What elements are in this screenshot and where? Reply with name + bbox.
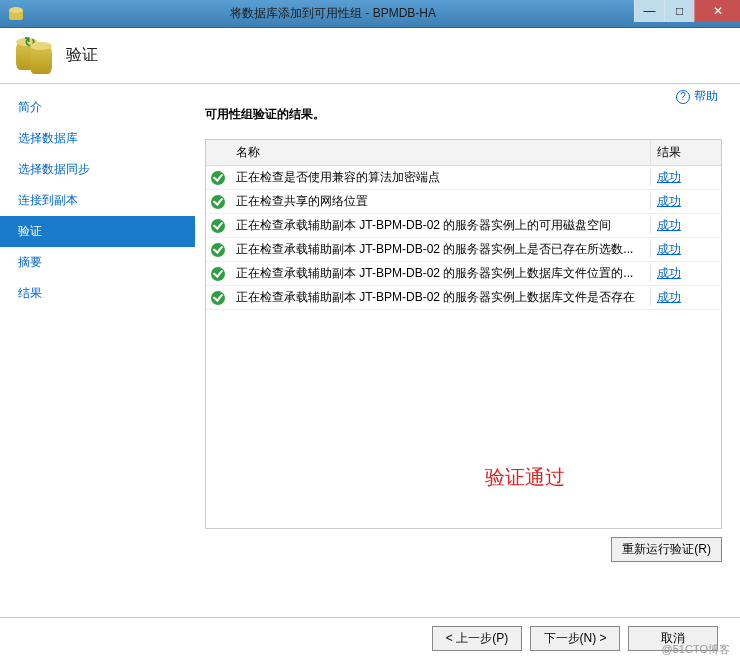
success-icon [206,171,230,185]
validation-row[interactable]: 正在检查承载辅助副本 JT-BPM-DB-02 的服务器实例上是否已存在所选数.… [206,238,721,262]
window-controls: — □ ✕ [634,0,740,27]
validation-row[interactable]: 正在检查承载辅助副本 JT-BPM-DB-02 的服务器实例上数据库文件位置的.… [206,262,721,286]
sidebar-step-6[interactable]: 结果 [0,278,195,309]
result-link[interactable]: 成功 [657,290,681,304]
column-header-result[interactable]: 结果 [651,140,721,165]
annotation-pass: 验证通过 [485,464,565,491]
row-result: 成功 [651,213,721,238]
row-result: 成功 [651,166,721,190]
main-content: ? 帮助 可用性组验证的结果。 名称 结果 正在检查是否使用兼容的算法加密端点成… [195,84,740,617]
row-name: 正在检查承载辅助副本 JT-BPM-DB-02 的服务器实例上数据库文件是否存在 [230,289,651,306]
maximize-button[interactable]: □ [664,0,694,22]
row-result: 成功 [651,285,721,310]
sidebar-step-4[interactable]: 验证 [0,216,195,247]
sidebar-step-5[interactable]: 摘要 [0,247,195,278]
result-link[interactable]: 成功 [657,266,681,280]
validation-row[interactable]: 正在检查承载辅助副本 JT-BPM-DB-02 的服务器实例上的可用磁盘空间成功 [206,214,721,238]
validation-grid: 名称 结果 正在检查是否使用兼容的算法加密端点成功正在检查共享的网络位置成功正在… [205,139,722,529]
sidebar-step-3[interactable]: 连接到副本 [0,185,195,216]
row-name: 正在检查承载辅助副本 JT-BPM-DB-02 的服务器实例上数据库文件位置的.… [230,265,651,282]
wizard-header: ↻ 验证 [0,28,740,84]
wizard-footer: < 上一步(P) 下一步(N) > 取消 [0,617,740,659]
success-icon [206,195,230,209]
success-icon [206,219,230,233]
help-link[interactable]: ? 帮助 [676,88,718,105]
row-result: 成功 [651,261,721,286]
success-icon [206,243,230,257]
result-link[interactable]: 成功 [657,194,681,208]
svg-point-1 [9,7,23,13]
window-title: 将数据库添加到可用性组 - BPMDB-HA [32,5,634,22]
title-bar: 将数据库添加到可用性组 - BPMDB-HA — □ ✕ [0,0,740,28]
result-link[interactable]: 成功 [657,242,681,256]
column-header-name[interactable]: 名称 [230,140,651,165]
result-link[interactable]: 成功 [657,218,681,232]
row-name: 正在检查承载辅助副本 JT-BPM-DB-02 的服务器实例上是否已存在所选数.… [230,241,651,258]
validation-row[interactable]: 正在检查共享的网络位置成功 [206,190,721,214]
row-result: 成功 [651,237,721,262]
sidebar-step-0[interactable]: 简介 [0,92,195,123]
row-result: 成功 [651,189,721,214]
back-button[interactable]: < 上一步(P) [432,626,522,651]
sidebar-step-2[interactable]: 选择数据同步 [0,154,195,185]
row-name: 正在检查承载辅助副本 JT-BPM-DB-02 的服务器实例上的可用磁盘空间 [230,217,651,234]
help-icon: ? [676,90,690,104]
row-name: 正在检查是否使用兼容的算法加密端点 [230,169,651,186]
watermark: @51CTO博客 [662,642,730,657]
validation-heading: 可用性组验证的结果。 [205,106,722,123]
rerun-validation-button[interactable]: 重新运行验证(R) [611,537,722,562]
validation-row[interactable]: 正在检查承载辅助副本 JT-BPM-DB-02 的服务器实例上数据库文件是否存在… [206,286,721,310]
validation-row[interactable]: 正在检查是否使用兼容的算法加密端点成功 [206,166,721,190]
minimize-button[interactable]: — [634,0,664,22]
result-link[interactable]: 成功 [657,170,681,184]
row-name: 正在检查共享的网络位置 [230,193,651,210]
sidebar-step-1[interactable]: 选择数据库 [0,123,195,154]
grid-header: 名称 结果 [206,140,721,166]
help-label: 帮助 [694,88,718,105]
next-button[interactable]: 下一步(N) > [530,626,620,651]
wizard-steps-sidebar: 简介选择数据库选择数据同步连接到副本验证摘要结果 [0,84,195,617]
success-icon [206,267,230,281]
close-button[interactable]: ✕ [694,0,740,22]
success-icon [206,291,230,305]
app-icon [6,4,26,24]
page-title: 验证 [66,45,98,66]
database-icon: ↻ [14,36,54,76]
